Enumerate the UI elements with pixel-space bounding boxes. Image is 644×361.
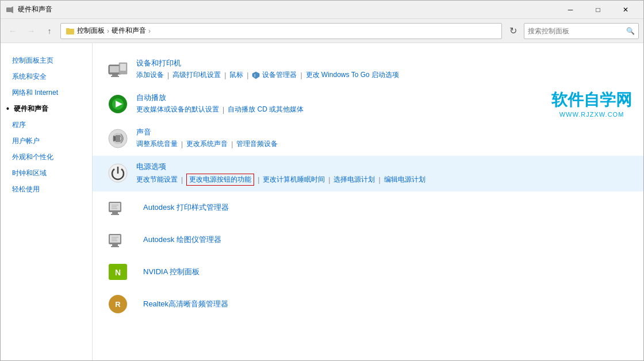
sound-links: 调整系统音量 | 更改系统声音 | 管理音频设备 (136, 139, 630, 149)
section-realtek: R Realtek高清晰音频管理器 (106, 288, 630, 320)
svg-marker-17 (116, 135, 120, 142)
svg-rect-22 (112, 212, 118, 214)
shield-icon: ! (252, 71, 260, 79)
power-links: 更改节能设置 | 更改电源按钮的功能 | 更改计算机睡眠时间 | 选择电源计划 … (136, 174, 630, 186)
devices-body: 设备和打印机 添加设备 | 高级打印机设置 | 鼠标 | ! 设备管理器 (136, 58, 630, 80)
svg-marker-18 (113, 136, 116, 141)
address-path-hw: 硬件和声音 (112, 26, 146, 36)
svg-rect-30 (111, 246, 119, 247)
section-autoplay: 自动播放 更改媒体或设备的默认设置 | 自动播放 CD 或其他媒体 (106, 87, 630, 121)
window-title: 硬件和声音 (18, 5, 52, 14)
autodesk-plot-title[interactable]: Autodesk 绘图仪管理器 (143, 235, 221, 245)
svg-rect-23 (111, 214, 119, 215)
autoplay-links: 更改媒体或设备的默认设置 | 自动播放 CD 或其他媒体 (136, 105, 630, 114)
titlebar-controls: ─ □ ✕ (557, 1, 639, 18)
link-autoplay-cd[interactable]: 自动播放 CD 或其他媒体 (228, 105, 304, 114)
up-button[interactable]: ↑ (42, 24, 57, 39)
maximize-button[interactable]: □ (585, 1, 611, 18)
svg-rect-33 (112, 240, 117, 241)
devices-icon (106, 58, 129, 81)
titlebar: 硬件和声音 ─ □ ✕ (1, 1, 643, 19)
link-power-save[interactable]: 更改节能设置 (136, 175, 178, 185)
devices-title[interactable]: 设备和打印机 (136, 58, 630, 68)
sidebar-item-system[interactable]: 系统和安全 (1, 68, 92, 85)
section-devices: 设备和打印机 添加设备 | 高级打印机设置 | 鼠标 | ! 设备管理器 (106, 52, 630, 87)
link-adjust-volume[interactable]: 调整系统音量 (136, 139, 178, 149)
svg-rect-31 (112, 237, 118, 238)
link-manage-audio[interactable]: 管理音频设备 (236, 139, 278, 149)
nvidia-icon: N (106, 260, 129, 283)
addressbar: ← → ↑ 控制面板 › 硬件和声音 › ↻ 🔍 (1, 19, 643, 43)
section-autodesk-plot: Autodesk 绘图仪管理器 (106, 224, 630, 256)
address-box[interactable]: 控制面板 › 硬件和声音 › (60, 23, 502, 39)
refresh-button[interactable]: ↻ (505, 24, 520, 39)
autodesk-print-icon (106, 196, 129, 219)
link-power-plan[interactable]: 选择电源计划 (334, 175, 375, 185)
sound-body: 声音 调整系统音量 | 更改系统声音 | 管理音频设备 (136, 127, 630, 149)
autoplay-body: 自动播放 更改媒体或设备的默认设置 | 自动播放 CD 或其他媒体 (136, 93, 630, 114)
search-box: 🔍 (524, 23, 639, 39)
content-area: 软件自学网 WWW.RJZXW.COM (93, 43, 643, 360)
back-button[interactable]: ← (5, 24, 20, 39)
section-nvidia: N NVIDIA 控制面板 (106, 256, 630, 288)
realtek-icon: R (106, 293, 129, 316)
address-path-cp: 控制面板 (77, 26, 105, 36)
sidebar-item-network[interactable]: 网络和 Internet (1, 85, 92, 101)
sidebar-item-users[interactable]: 用户帐户 (1, 133, 92, 149)
link-device-manager[interactable]: 设备管理器 (262, 70, 297, 80)
link-edit-plan[interactable]: 编辑电源计划 (384, 175, 425, 185)
window-icon (5, 5, 14, 14)
svg-rect-7 (111, 76, 119, 77)
window: 硬件和声音 ─ □ ✕ ← → ↑ 控制面板 › 硬件和声音 › ↻ 🔍 (0, 0, 644, 361)
autodesk-print-title[interactable]: Autodesk 打印样式管理器 (143, 202, 229, 213)
sidebar-item-programs[interactable]: 程序 (1, 117, 92, 133)
sidebar: 控制面板主页 系统和安全 网络和 Internet 硬件和声音 程序 用户帐户 … (1, 43, 93, 360)
link-print-settings[interactable]: 高级打印机设置 (172, 70, 221, 80)
sidebar-item-home[interactable]: 控制面板主页 (1, 52, 92, 68)
svg-marker-1 (11, 6, 13, 13)
power-body: 电源选项 更改节能设置 | 更改电源按钮的功能 | 更改计算机睡眠时间 | 选择… (136, 162, 630, 186)
link-mouse[interactable]: 鼠标 (229, 70, 243, 80)
link-change-sound[interactable]: 更改系统声音 (186, 139, 228, 149)
titlebar-left: 硬件和声音 (5, 5, 52, 14)
sidebar-item-clock[interactable]: 时钟和区域 (1, 165, 92, 181)
realtek-title[interactable]: Realtek高清晰音频管理器 (143, 299, 228, 309)
svg-rect-3 (66, 28, 70, 30)
main-area: 控制面板主页 系统和安全 网络和 Internet 硬件和声音 程序 用户帐户 … (1, 43, 643, 360)
link-power-button[interactable]: 更改电源按钮的功能 (186, 174, 254, 186)
sidebar-item-hardware[interactable]: 硬件和声音 (1, 101, 92, 117)
svg-rect-24 (112, 205, 118, 206)
nvidia-title[interactable]: NVIDIA 控制面板 (143, 267, 200, 277)
sound-icon (106, 127, 129, 150)
link-add-device[interactable]: 添加设备 (136, 70, 164, 80)
section-power: 电源选项 更改节能设置 | 更改电源按钮的功能 | 更改计算机睡眠时间 | 选择… (93, 156, 643, 191)
svg-rect-29 (112, 244, 118, 246)
svg-rect-9 (120, 64, 126, 71)
svg-text:R: R (115, 300, 121, 309)
link-autoplay-default[interactable]: 更改媒体或设备的默认设置 (136, 105, 219, 114)
devices-links: 添加设备 | 高级打印机设置 | 鼠标 | ! 设备管理器 | 更改 W (136, 70, 630, 80)
autoplay-title[interactable]: 自动播放 (136, 93, 630, 103)
folder-icon (66, 26, 75, 36)
svg-rect-5 (110, 66, 120, 72)
svg-text:N: N (115, 268, 121, 277)
forward-button[interactable]: → (24, 24, 39, 39)
svg-marker-10 (252, 72, 259, 79)
search-icon: 🔍 (626, 27, 635, 35)
sidebar-item-ease[interactable]: 轻松使用 (1, 181, 92, 197)
svg-rect-25 (112, 206, 117, 208)
section-sound: 声音 调整系统音量 | 更改系统声音 | 管理音频设备 (106, 121, 630, 156)
svg-rect-32 (112, 239, 117, 240)
power-icon (106, 162, 129, 185)
link-sleep-time[interactable]: 更改计算机睡眠时间 (263, 175, 325, 185)
power-title[interactable]: 电源选项 (136, 162, 630, 172)
svg-rect-6 (112, 74, 118, 76)
svg-rect-0 (6, 7, 11, 12)
minimize-button[interactable]: ─ (557, 1, 584, 18)
svg-text:!: ! (254, 74, 255, 78)
link-wintogo[interactable]: 更改 Windows To Go 启动选项 (306, 70, 399, 80)
sound-title[interactable]: 声音 (136, 127, 630, 137)
sidebar-item-appearance[interactable]: 外观和个性化 (1, 149, 92, 165)
search-input[interactable] (528, 27, 624, 35)
close-button[interactable]: ✕ (612, 1, 639, 18)
